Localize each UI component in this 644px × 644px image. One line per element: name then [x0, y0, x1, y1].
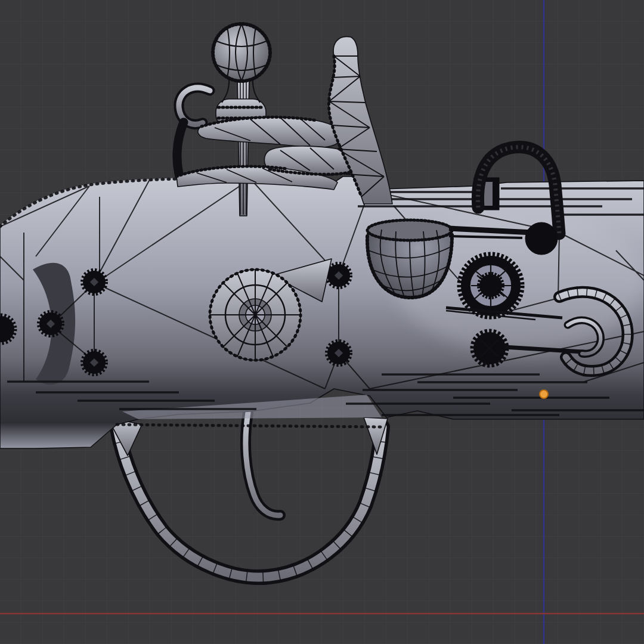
- viewport-canvas[interactable]: [0, 0, 644, 644]
- tumbler-ring[interactable]: [461, 256, 521, 315]
- screw-rosette: [83, 351, 106, 374]
- screw-rosette: [39, 312, 62, 335]
- screw-rosette: [327, 264, 350, 287]
- stock-body[interactable]: [0, 177, 644, 448]
- jaw-screw-ball: [525, 222, 558, 255]
- screw-rosette: [83, 271, 106, 293]
- viewport-svg[interactable]: [0, 0, 644, 644]
- screw-rosette: [327, 342, 350, 364]
- object-origin-marker[interactable]: [540, 390, 548, 398]
